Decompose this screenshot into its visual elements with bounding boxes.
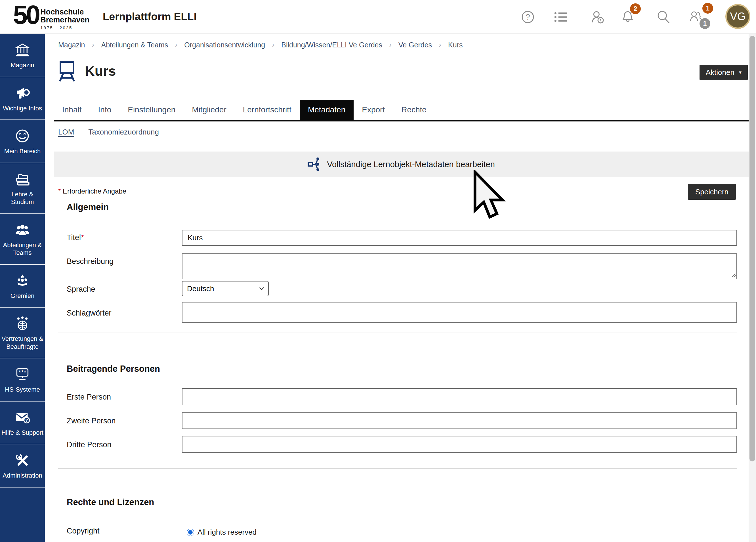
logo-50-text: 50 (13, 2, 39, 28)
schlagwoerter-label: Schlagwörter (67, 309, 112, 318)
subtab-lom[interactable]: LOM (58, 128, 74, 136)
section-divider (58, 333, 737, 333)
main-sidebar: Magazin Wichtige Infos Mein Bereich Lehr… (0, 34, 45, 542)
edit-full-metadata-link[interactable]: Vollständige Lernobjekt-Metadaten bearbe… (54, 152, 749, 177)
actions-button[interactable]: Aktionen ▾ (700, 65, 748, 80)
dritte-person-label: Dritte Person (67, 440, 112, 449)
sidebar-item-administration[interactable]: Administration (0, 444, 45, 488)
beschreibung-textarea[interactable] (182, 253, 737, 279)
section-heading-allgemein: Allgemein (67, 202, 109, 212)
svg-text:?: ? (26, 418, 28, 423)
required-hint: * Erforderliche Angabe (58, 187, 126, 195)
mail-question-icon: ? (15, 410, 30, 425)
copyright-option-label: All rights reserved (198, 528, 257, 537)
breadcrumb-separator: › (389, 41, 392, 49)
section-heading-beitragende: Beitragende Personen (67, 364, 160, 374)
tab-export[interactable]: Export (354, 100, 393, 120)
logo-line2: Bremerhaven (40, 16, 89, 24)
committee-icon (15, 273, 30, 288)
monitor-password-icon: *** (15, 367, 30, 382)
tab-mitglieder[interactable]: Mitglieder (184, 100, 234, 120)
breadcrumb-item[interactable]: Kurs (448, 41, 463, 49)
tab-inhalt[interactable]: Inhalt (54, 100, 90, 120)
sidebar-item-abteilungen-teams[interactable]: Abteilungen & Teams (0, 214, 45, 265)
scrollbar-thumb[interactable] (749, 36, 755, 461)
group-icon (15, 222, 30, 237)
logo-years: 1975 - 2025 (40, 25, 89, 30)
metadata-tree-icon (308, 157, 321, 172)
contacts-icon[interactable]: 1 1 (689, 10, 703, 24)
erste-person-label: Erste Person (67, 393, 111, 402)
search-icon[interactable] (657, 10, 670, 24)
breadcrumb-item[interactable]: Magazin (58, 41, 85, 49)
breadcrumb-separator: › (175, 41, 177, 49)
erste-person-input[interactable] (182, 388, 737, 405)
sidebar-item-magazin[interactable]: Magazin (0, 34, 45, 77)
sidebar-item-vertretungen[interactable]: Vertretungen & Beauftragte (0, 308, 45, 358)
user-status-icon[interactable] (591, 10, 604, 24)
subtab-taxonomiezuordnung[interactable]: Taxonomiezuordnung (88, 128, 159, 136)
dritte-person-input[interactable] (182, 436, 737, 453)
beschreibung-label: Beschreibung (67, 257, 114, 266)
section-heading-rechte: Rechte und Lizenzen (67, 497, 154, 507)
sidebar-item-hilfe-support[interactable]: ? Hilfe & Support (0, 402, 45, 445)
course-easel-icon (58, 60, 76, 82)
breadcrumb-separator: › (272, 41, 274, 49)
sidebar-item-mein-bereich[interactable]: Mein Bereich (0, 120, 45, 163)
top-header: 50 Hochschule Bremerhaven 1975 - 2025 Le… (0, 0, 756, 34)
copyright-radio-all-rights-reserved[interactable] (187, 529, 194, 536)
svg-text:?: ? (526, 12, 530, 21)
tab-info[interactable]: Info (90, 100, 120, 120)
breadcrumb: Magazin › Abteilungen & Teams › Organisa… (58, 39, 463, 51)
tab-lernfortschritt[interactable]: Lernfortschritt (235, 100, 300, 120)
list-menu-icon[interactable] (554, 10, 567, 24)
bank-icon (15, 43, 30, 57)
help-icon[interactable]: ? (521, 10, 535, 24)
sub-tab-bar: LOM Taxonomiezuordnung (58, 128, 159, 136)
hochschule-bremerhaven-logo: 50 Hochschule Bremerhaven 1975 - 2025 (13, 2, 89, 30)
breadcrumb-separator: › (439, 41, 441, 49)
smiley-icon (15, 129, 30, 143)
contacts-badge-gray: 1 (700, 18, 710, 29)
sprache-label: Sprache (67, 285, 95, 294)
breadcrumb-item[interactable]: Ve Gerdes (398, 41, 432, 49)
globe-people-icon (15, 316, 30, 331)
avatar[interactable]: VG (725, 4, 750, 29)
contacts-badge-orange: 1 (702, 3, 713, 14)
zweite-person-input[interactable] (182, 412, 737, 429)
breadcrumb-separator: › (92, 41, 95, 49)
titel-input[interactable] (182, 230, 737, 246)
schlagwoerter-input[interactable] (182, 302, 737, 323)
tab-einstellungen[interactable]: Einstellungen (119, 100, 184, 120)
save-button[interactable]: Speichern (688, 184, 736, 200)
sidebar-item-gremien[interactable]: Gremien (0, 265, 45, 308)
sidebar-item-hs-systeme[interactable]: *** HS-Systeme (0, 358, 45, 402)
sidebar-item-wichtige-infos[interactable]: Wichtige Infos (0, 77, 45, 120)
tab-rechte[interactable]: Rechte (393, 100, 435, 120)
svg-text:***: *** (18, 369, 26, 376)
main-content: Magazin › Abteilungen & Teams › Organisa… (45, 34, 756, 542)
notifications-badge: 2 (630, 3, 641, 14)
page-scrollbar (749, 34, 756, 542)
sprache-select[interactable]: Deutsch (182, 281, 269, 296)
notifications-bell-icon[interactable]: 2 (621, 10, 635, 24)
sidebar-item-lehre-studium[interactable]: Lehre & Studium (0, 163, 45, 214)
logo-line1: Hochschule (40, 8, 89, 16)
zweite-person-label: Zweite Person (67, 417, 116, 425)
caret-down-icon: ▾ (739, 69, 742, 75)
breadcrumb-item[interactable]: Organisationsentwicklung (184, 41, 265, 49)
copyright-label: Copyright (67, 527, 100, 535)
titel-label: Titel* (67, 233, 84, 242)
tab-bar: Inhalt Info Einstellungen Mitglieder Ler… (54, 100, 749, 121)
breadcrumb-item[interactable]: Abteilungen & Teams (101, 41, 168, 49)
tab-metadaten[interactable]: Metadaten (300, 100, 354, 120)
megaphone-icon (15, 86, 30, 100)
page-title: Kurs (85, 63, 116, 79)
section-divider (58, 468, 737, 469)
books-icon (15, 172, 30, 186)
breadcrumb-item[interactable]: Bildung/Wissen/ELLI Ve Gerdes (281, 41, 382, 49)
app-title: Lernplattform ELLI (103, 11, 197, 23)
tools-icon (15, 453, 30, 468)
